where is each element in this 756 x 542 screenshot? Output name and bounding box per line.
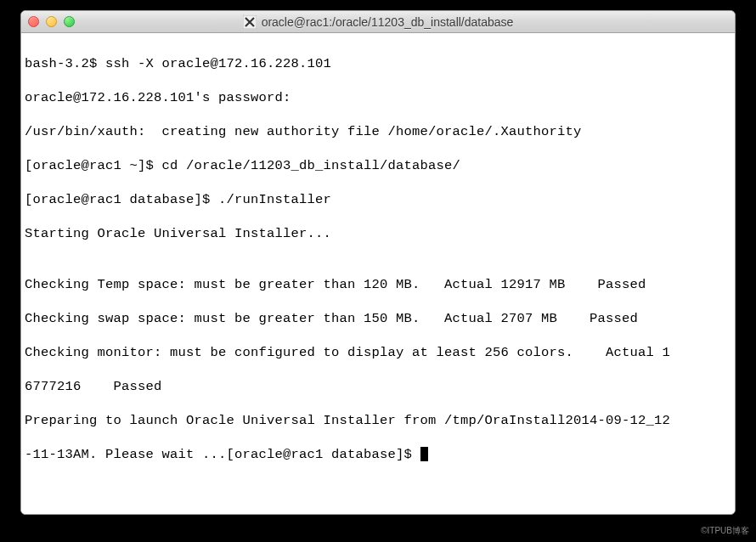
cursor: [420, 447, 428, 461]
titlebar[interactable]: oracle@rac1:/oracle/11203_db_install/dat…: [21, 11, 735, 33]
terminal-line: 6777216 Passed: [25, 378, 731, 395]
terminal-window: oracle@rac1:/oracle/11203_db_install/dat…: [20, 10, 736, 515]
terminal-line: Checking swap space: must be greater tha…: [25, 310, 731, 327]
zoom-button[interactable]: [64, 16, 75, 27]
terminal-line: Checking Temp space: must be greater tha…: [25, 276, 731, 293]
title-center: oracle@rac1:/oracle/11203_db_install/dat…: [21, 15, 735, 29]
terminal-line: [oracle@rac1 database]$ ./runInstaller: [25, 191, 731, 208]
terminal-line: Preparing to launch Oracle Universal Ins…: [25, 412, 731, 429]
terminal-body[interactable]: bash-3.2$ ssh -X oracle@172.16.228.101 o…: [21, 33, 735, 514]
terminal-prompt-line: -11-13AM. Please wait ...[oracle@rac1 da…: [25, 446, 731, 463]
resize-grip[interactable]: [721, 500, 733, 512]
minimize-button[interactable]: [46, 16, 57, 27]
traffic-lights: [28, 16, 75, 27]
close-button[interactable]: [28, 16, 39, 27]
terminal-line: Starting Oracle Universal Installer...: [25, 225, 731, 242]
terminal-line: [oracle@rac1 ~]$ cd /oracle/11203_db_ins…: [25, 157, 731, 174]
watermark: ©ITPUB博客: [701, 525, 749, 537]
prompt-text: -11-13AM. Please wait ...[oracle@rac1 da…: [25, 447, 420, 462]
terminal-line: bash-3.2$ ssh -X oracle@172.16.228.101: [25, 55, 731, 72]
x11-icon: [243, 15, 257, 29]
terminal-line: Checking monitor: must be configured to …: [25, 344, 731, 361]
terminal-line: /usr/bin/xauth: creating new authority f…: [25, 123, 731, 140]
terminal-line: oracle@172.16.228.101's password:: [25, 89, 731, 106]
window-title: oracle@rac1:/oracle/11203_db_install/dat…: [262, 15, 514, 29]
